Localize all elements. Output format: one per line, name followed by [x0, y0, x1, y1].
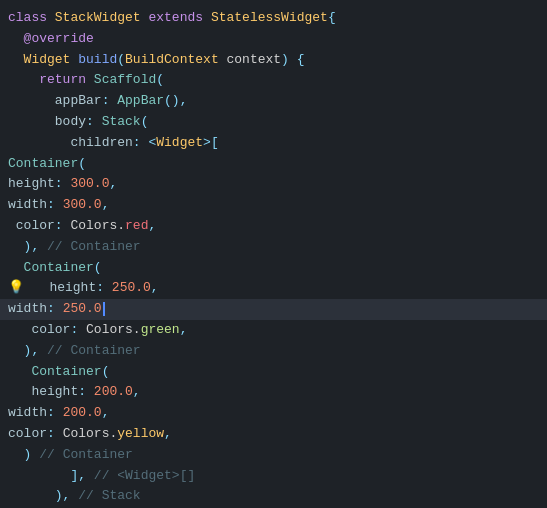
token-plain — [8, 135, 70, 150]
token-plain — [8, 93, 55, 108]
code-line: class StackWidget extends StatelessWidge… — [0, 8, 547, 29]
token-punct: , — [180, 322, 188, 337]
token-punct: { — [328, 10, 336, 25]
token-angle: > — [203, 135, 211, 150]
token-builtin: AppBar — [117, 93, 164, 108]
token-punct: : — [133, 135, 149, 150]
code-line: ) // Container — [0, 445, 547, 466]
token-punct: : — [55, 218, 71, 233]
token-plain: Colors. — [63, 426, 118, 441]
text-cursor — [103, 302, 105, 316]
token-plain — [8, 322, 31, 337]
token-punct: ) { — [281, 52, 304, 67]
token-punct: , — [151, 280, 159, 295]
code-line: Container( — [0, 258, 547, 279]
code-editor: class StackWidget extends StatelessWidge… — [0, 0, 547, 508]
token-cls: StatelessWidget — [211, 10, 328, 25]
code-line: height: 300.0, — [0, 174, 547, 195]
token-cls: Widget — [24, 52, 71, 67]
token-punct: : — [55, 176, 71, 191]
token-prop: width — [8, 197, 47, 212]
token-lightbulb: 💡 — [8, 280, 24, 295]
token-prop: width — [8, 301, 47, 316]
token-override: @override — [24, 31, 94, 46]
token-val: 300.0 — [63, 197, 102, 212]
token-val: 250.0 — [112, 280, 151, 295]
token-plain — [39, 343, 47, 358]
code-line: width: 300.0, — [0, 195, 547, 216]
token-val: 300.0 — [70, 176, 109, 191]
token-prop: color — [8, 426, 47, 441]
token-cls: StackWidget — [55, 10, 141, 25]
token-plain — [26, 280, 49, 295]
token-punct: , — [164, 426, 172, 441]
token-punct: ), — [24, 343, 40, 358]
token-punct: : — [47, 426, 63, 441]
token-punct: ( — [156, 72, 164, 87]
token-plain — [8, 468, 70, 483]
code-line: color: Colors.yellow, — [0, 424, 547, 445]
token-punct: , — [102, 197, 110, 212]
code-line: Container( — [0, 154, 547, 175]
token-prop: color — [16, 218, 55, 233]
token-comment: // Container — [47, 343, 141, 358]
token-plain — [203, 10, 211, 25]
token-colors-yellow: yellow — [117, 426, 164, 441]
code-line: color: Colors.green, — [0, 320, 547, 341]
code-line: color: Colors.red, — [0, 216, 547, 237]
code-line: appBar: AppBar(), — [0, 91, 547, 112]
token-plain — [8, 52, 24, 67]
code-line: height: 200.0, — [0, 382, 547, 403]
token-cls: Widget — [156, 135, 203, 150]
token-punct: : — [86, 114, 102, 129]
token-punct: ( — [141, 114, 149, 129]
token-comment: // Container — [47, 239, 141, 254]
token-colors-red: red — [125, 218, 148, 233]
token-plain — [8, 239, 24, 254]
code-line: ), // Container — [0, 341, 547, 362]
token-punct: (), — [164, 93, 187, 108]
token-punct: : — [96, 280, 112, 295]
token-punct: ( — [117, 52, 125, 67]
token-prop: children — [70, 135, 132, 150]
token-punct: : — [78, 384, 94, 399]
code-line: Container( — [0, 362, 547, 383]
token-plain: context — [219, 52, 281, 67]
token-val: 200.0 — [94, 384, 133, 399]
token-comment: // Stack — [78, 488, 140, 503]
token-builtin: Container — [31, 364, 101, 379]
token-plain — [8, 488, 55, 503]
token-plain — [8, 114, 55, 129]
token-plain — [86, 468, 94, 483]
token-builtin: Container — [8, 156, 78, 171]
token-colors-green: green — [141, 322, 180, 337]
token-plain — [8, 364, 31, 379]
token-plain — [8, 31, 24, 46]
token-punct: ), — [55, 488, 71, 503]
token-punct: , — [133, 384, 141, 399]
token-punct: : — [47, 301, 63, 316]
token-punct: ( — [94, 260, 102, 275]
token-comment: // Container — [39, 447, 133, 462]
token-builtin: Stack — [102, 114, 141, 129]
token-plain: Colors. — [86, 322, 141, 337]
token-cls: BuildContext — [125, 52, 219, 67]
token-val: 250.0 — [63, 301, 102, 316]
token-punct: : — [70, 322, 86, 337]
code-line: Widget build(BuildContext context) { — [0, 50, 547, 71]
token-prop: width — [8, 405, 47, 420]
code-line: ], // <Widget>[] — [0, 466, 547, 487]
token-punct: , — [102, 405, 110, 420]
token-val: 200.0 — [63, 405, 102, 420]
token-plain — [8, 260, 24, 275]
token-punct: ), — [24, 239, 40, 254]
token-punct: ( — [78, 156, 86, 171]
token-plain — [8, 384, 31, 399]
token-plain — [8, 343, 24, 358]
token-prop: body — [55, 114, 86, 129]
token-plain — [86, 72, 94, 87]
token-punct: ], — [70, 468, 86, 483]
token-prop: height — [49, 280, 96, 295]
token-punct: [ — [211, 135, 219, 150]
token-prop: color — [31, 322, 70, 337]
